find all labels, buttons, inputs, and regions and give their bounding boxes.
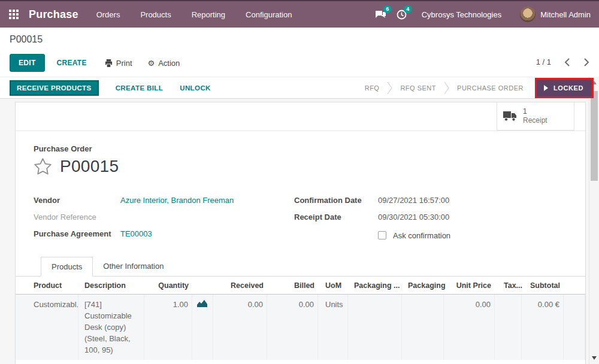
- pager: 1 / 1: [536, 57, 589, 66]
- cell-subtotal: 0.00 €: [522, 295, 564, 360]
- vendor-reference-label: Vendor Reference: [34, 213, 120, 222]
- cell-quantity: 1.00: [144, 295, 192, 360]
- receipt-smart-button[interactable]: 1 Receipt: [497, 102, 574, 131]
- notebook-tabs: Products Other Information: [16, 257, 585, 277]
- stage-pipeline: RFQ RFQ SENT PURCHASE ORDER LOCKED: [357, 78, 594, 98]
- scrollbar-thumb[interactable]: [591, 91, 598, 181]
- order-lines-header: Product Description Quantity Received Bi…: [16, 277, 585, 295]
- stage-rfq[interactable]: RFQ: [357, 84, 388, 92]
- cell-packaging-qty: [348, 295, 402, 360]
- menu-reporting[interactable]: Reporting: [192, 10, 225, 19]
- vendor-value[interactable]: Azure Interior, Brandon Freeman: [120, 196, 234, 205]
- purchase-agreement-value[interactable]: TE00003: [120, 229, 152, 238]
- vertical-scrollbar: [589, 77, 599, 364]
- status-bar: RECEIVE PRODUCTS CREATE BILL UNLOCK RFQ …: [0, 77, 589, 99]
- receipt-label: Receipt: [523, 116, 547, 125]
- action-label: Action: [158, 59, 180, 68]
- receive-products-button[interactable]: RECEIVE PRODUCTS: [10, 80, 99, 96]
- stage-locked-label: LOCKED: [553, 84, 583, 92]
- printer-icon: [105, 59, 113, 67]
- top-navbar: Purchase Orders Products Reporting Confi…: [0, 0, 599, 28]
- confirmation-date-label: Confirmation Date: [294, 196, 378, 205]
- pager-next-icon[interactable]: [584, 58, 589, 66]
- company-switcher[interactable]: Cybrosys Technologies: [422, 10, 501, 19]
- scroll-down-icon[interactable]: [592, 356, 597, 360]
- messages-button[interactable]: 6: [375, 10, 386, 19]
- cell-received: 0.00: [213, 295, 267, 360]
- cell-taxes: [495, 295, 522, 360]
- user-menu[interactable]: Mitchell Admin: [520, 7, 591, 22]
- create-bill-button[interactable]: CREATE BILL: [116, 84, 164, 92]
- cell-unit-price: 0.00: [444, 295, 495, 360]
- messages-badge: 6: [383, 5, 392, 13]
- activities-button[interactable]: 4: [397, 10, 407, 20]
- pager-count: 1 / 1: [536, 57, 551, 66]
- header-unit-price: Unit Price: [444, 281, 495, 290]
- user-name: Mitchell Admin: [540, 10, 591, 19]
- stage-locked[interactable]: LOCKED: [537, 80, 592, 96]
- nav-menu: Orders Products Reporting Configuration: [96, 10, 292, 19]
- smart-button-row: 1 Receipt: [16, 102, 585, 131]
- receipt-date-label: Receipt Date: [294, 213, 378, 222]
- stage-purchase-order[interactable]: PURCHASE ORDER: [449, 84, 531, 92]
- receipt-count: 1: [523, 107, 547, 116]
- ask-confirmation-checkbox[interactable]: [378, 231, 386, 239]
- confirmation-date-value: 09/27/2021 16:57:00: [378, 196, 449, 205]
- form-sheet: 1 Receipt Purchase Order P00015 Vendor A…: [15, 102, 586, 364]
- create-button[interactable]: CREATE: [57, 59, 87, 67]
- tab-other-information[interactable]: Other Information: [93, 257, 174, 277]
- control-panel: P00015 EDIT CREATE Print ⚙ Action 1 / 1: [0, 28, 599, 77]
- receipt-date-value: 09/30/2021 05:30:00: [378, 213, 449, 222]
- app-name[interactable]: Purchase: [29, 8, 78, 21]
- cell-uom: Units: [318, 295, 348, 360]
- favorite-star-icon[interactable]: [34, 157, 52, 175]
- pager-previous-icon[interactable]: [564, 58, 570, 66]
- record-type-label: Purchase Order: [34, 144, 567, 153]
- print-label: Print: [116, 59, 132, 68]
- edit-button[interactable]: EDIT: [10, 54, 45, 72]
- order-line-row[interactable]: Customizabl... [741] Customizable Desk (…: [16, 295, 585, 360]
- forecast-chart-icon[interactable]: [197, 299, 207, 307]
- play-arrow-icon: [544, 85, 548, 91]
- apps-grid-icon[interactable]: [9, 10, 19, 20]
- header-taxes: Tax...: [495, 281, 522, 290]
- header-uom: UoM: [318, 281, 348, 290]
- header-packaging-qty: Packaging ...: [348, 281, 402, 290]
- cell-description: [741] Customizable Desk (copy) (Steel, B…: [78, 295, 144, 360]
- menu-orders[interactable]: Orders: [96, 10, 120, 19]
- control-buttons: EDIT CREATE Print ⚙ Action: [10, 54, 180, 72]
- gear-icon: ⚙: [148, 59, 155, 67]
- header-billed: Billed: [267, 281, 318, 290]
- cell-packaging: [402, 295, 444, 360]
- breadcrumb: P00015: [10, 34, 43, 45]
- purchase-agreement-label: Purchase Agreement: [34, 229, 120, 238]
- tab-products[interactable]: Products: [41, 257, 93, 277]
- title-section: Purchase Order P00015 Vendor Azure Inter…: [16, 131, 585, 242]
- header-product: Product: [16, 281, 78, 290]
- record-title: P00015: [60, 157, 119, 176]
- ask-confirmation-label: Ask confirmation: [393, 231, 450, 240]
- cell-billed: 0.00: [267, 295, 318, 360]
- stage-separator-icon: [444, 81, 449, 95]
- truck-icon: [503, 111, 518, 122]
- unlock-button[interactable]: UNLOCK: [180, 84, 211, 92]
- avatar: [520, 7, 536, 22]
- header-description: Description: [78, 281, 144, 290]
- vendor-label: Vendor: [34, 196, 120, 205]
- menu-products[interactable]: Products: [140, 10, 171, 19]
- header-packaging: Packaging: [402, 281, 444, 290]
- header-received: Received: [213, 281, 267, 290]
- stage-rfq-sent[interactable]: RFQ SENT: [392, 84, 444, 92]
- header-subtotal: Subtotal: [522, 281, 564, 290]
- action-menu[interactable]: ⚙ Action: [148, 59, 180, 68]
- menu-configuration[interactable]: Configuration: [246, 10, 292, 19]
- nav-right: 6 4 Cybrosys Technologies Mitchell Admin: [375, 7, 599, 22]
- field-groups: Vendor Azure Interior, Brandon Freeman V…: [34, 192, 567, 242]
- activities-badge: 4: [404, 5, 412, 13]
- cell-product: Customizabl...: [16, 295, 78, 360]
- header-quantity: Quantity: [144, 281, 192, 290]
- stage-separator-icon: [387, 81, 392, 95]
- annotation-highlight-box: LOCKED: [535, 78, 594, 98]
- print-menu[interactable]: Print: [105, 59, 132, 68]
